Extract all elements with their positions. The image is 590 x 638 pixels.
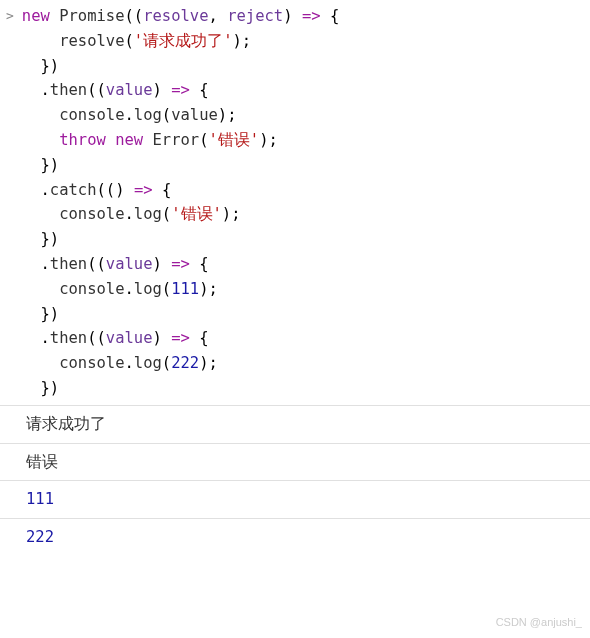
keyword-throw: throw: [59, 131, 106, 149]
string-literal: '请求成功了': [134, 32, 233, 50]
console-input-row: > new Promise((resolve, reject) => { res…: [0, 0, 590, 405]
prompt-icon: >: [0, 4, 22, 401]
console-output-line: 222: [0, 518, 590, 556]
watermark-text: CSDN @anjushi_: [496, 614, 582, 632]
call-resolve: resolve: [59, 32, 124, 50]
method-catch: catch: [50, 181, 97, 199]
param-reject: reject: [227, 7, 283, 25]
console-output-line: 111: [0, 480, 590, 518]
keyword-new: new: [22, 7, 50, 25]
param-value: value: [106, 81, 153, 99]
identifier-promise: Promise: [59, 7, 124, 25]
number-literal: 111: [171, 280, 199, 298]
console-output-line: 请求成功了: [0, 405, 590, 443]
method-then: then: [50, 81, 87, 99]
param-resolve: resolve: [143, 7, 208, 25]
identifier-error: Error: [153, 131, 200, 149]
code-block[interactable]: new Promise((resolve, reject) => { resol…: [22, 4, 590, 401]
console-output-line: 错误: [0, 443, 590, 481]
